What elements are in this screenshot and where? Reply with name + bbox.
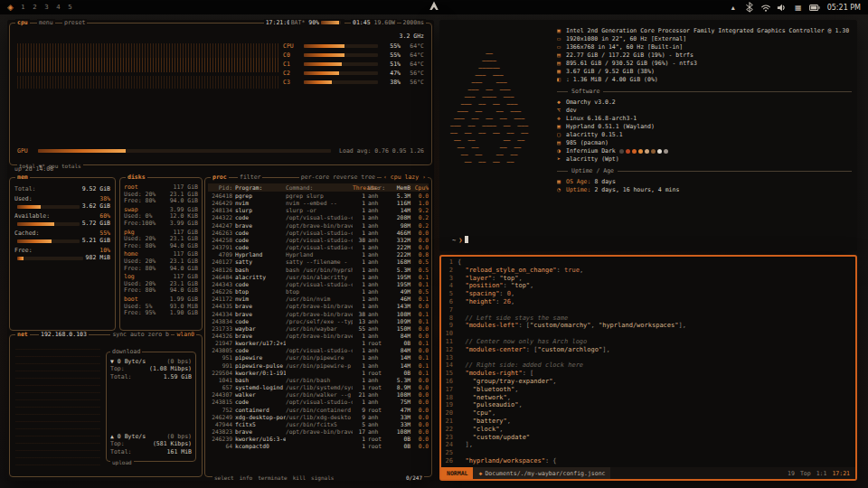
- cpu-box-title[interactable]: cpu: [17, 19, 28, 26]
- disk-row[interactable]: pkg117 GiB Used: 20%23.1 GiB Free: 80%94…: [124, 230, 198, 250]
- cpu-icon[interactable]: ▦: [793, 2, 804, 13]
- process-row[interactable]: 243791 code /opt/visual-studio-c 1 anh 2…: [208, 244, 429, 251]
- process-row[interactable]: 244326 brave /opt/brave-bin/brave 1 anh …: [208, 333, 429, 340]
- kill-button[interactable]: kill: [293, 474, 306, 481]
- workspace-button[interactable]: 1: [19, 3, 27, 12]
- editor-line[interactable]: 5 "spacing": 0,: [441, 290, 855, 298]
- battery-icon[interactable]: [809, 2, 820, 13]
- disk-row[interactable]: swap3.99 GiB Used: 0%12.0 KiB Free:100%3…: [124, 207, 198, 228]
- process-row[interactable]: 991 pipewire-pulse /usr/bin/pipewire-p 1…: [208, 362, 429, 370]
- disk-row[interactable]: home117 GiB Used: 20%23.1 GiB Free: 80%9…: [124, 251, 198, 272]
- process-row[interactable]: 244258 code /opt/visual-studio-c 38 anh …: [208, 237, 429, 244]
- process-row[interactable]: 1041 bash /usr/bin/bash 1 anh 5.3M 0.0: [208, 377, 429, 384]
- shell-prompt[interactable]: ~❯: [452, 236, 468, 244]
- editor-line[interactable]: 24 ],: [441, 441, 855, 449]
- editor-line[interactable]: 10: [441, 330, 855, 338]
- editor-line[interactable]: 14 // Right side: added clock here: [441, 361, 855, 370]
- process-row[interactable]: 243805 code /opt/visual-studio-c 1 anh 8…: [208, 347, 429, 354]
- update-interval[interactable]: 2000ms: [401, 19, 426, 26]
- process-row[interactable]: 246484 alacritty /usr/bin/alacritty 1 an…: [208, 274, 429, 281]
- editor-line[interactable]: 22 "clock",: [441, 426, 855, 434]
- editor-line[interactable]: 20 "cpu",: [441, 409, 855, 418]
- editor-line[interactable]: 7: [441, 306, 855, 314]
- proc-options[interactable]: per-core reverse tree: [299, 174, 377, 181]
- disk-row[interactable]: root117 GiB Used: 20%23.1 GiB Free: 80%9…: [124, 184, 198, 205]
- editor-line[interactable]: 26 "hyprland/workspaces": {: [441, 457, 855, 465]
- preset-button[interactable]: preset: [62, 19, 87, 26]
- volume-icon[interactable]: [777, 2, 788, 13]
- net-interface[interactable]: wlan0: [175, 331, 196, 338]
- editor-line[interactable]: 6 "height": 26,: [441, 298, 855, 306]
- process-row[interactable]: 246226 btop btop 1 anh 49M 0.5: [208, 288, 429, 296]
- process-row[interactable]: 246249 xdg-desktop-por /usr/lib/xdg-desk…: [208, 414, 429, 421]
- menu-button[interactable]: menu: [37, 19, 55, 26]
- info-button[interactable]: info: [240, 474, 252, 481]
- process-row[interactable]: 246263 code /opt/visual-studio-c 1 anh 4…: [208, 230, 429, 237]
- editor-line[interactable]: 11 // Center now only has Arch logo: [441, 338, 855, 346]
- tray-expander-icon[interactable]: ▴: [728, 2, 739, 13]
- process-row[interactable]: 64 kcompactd0 1 root 0B 0.0: [208, 443, 429, 450]
- editor-line[interactable]: 4 "position": "top",: [441, 282, 855, 290]
- editor-line[interactable]: 12 "modules-center": ["custom/archlogo"]…: [441, 346, 855, 354]
- disk-row[interactable]: log117 GiB Used: 20%23.1 GiB Free: 80%94…: [124, 274, 198, 295]
- filter-button[interactable]: filter: [238, 174, 262, 181]
- bluetooth-icon[interactable]: [744, 2, 755, 13]
- disks-box-title[interactable]: disks: [127, 174, 146, 181]
- editor-line[interactable]: 9 "modules-left": ["custom/omarchy", "hy…: [441, 322, 855, 330]
- disk-row[interactable]: boot1.99 GiB Used: 5%93.0 MiB Free: 95%1…: [124, 296, 198, 317]
- signals-button[interactable]: signals: [311, 474, 334, 481]
- process-row[interactable]: 229504 kworker/0:1-i915 1 root 0B 0.1: [208, 370, 429, 377]
- process-row[interactable]: 244307 walker /usr/bin/walker --g 21 anh…: [208, 391, 429, 399]
- terminate-button[interactable]: terminate: [258, 474, 288, 481]
- process-row[interactable]: 243815 code /opt/visual-studio-c 1 anh 7…: [208, 399, 429, 406]
- process-row[interactable]: 244335 brave /opt/brave-bin/brave 1 anh …: [208, 303, 429, 310]
- process-row[interactable]: 231733 waybar /usr/bin/waybar 55 anh 150…: [208, 325, 429, 333]
- omarchy-icon[interactable]: ◈: [7, 3, 14, 12]
- workspace-button[interactable]: 2: [31, 3, 39, 12]
- process-row[interactable]: 246418 pgrep pgrep slurp 1 anh 5.3M 0.0: [208, 192, 429, 200]
- editor-line[interactable]: 1 {: [441, 258, 855, 267]
- process-row[interactable]: 951 pipewire /usr/bin/pipewire 1 anh 14M…: [208, 354, 429, 361]
- proc-box-title[interactable]: proc: [212, 174, 227, 181]
- editor-line[interactable]: 15 "modules-right": [: [441, 370, 855, 378]
- process-row[interactable]: 243834 code /proc/self/exe --typ 13 anh …: [208, 318, 429, 325]
- net-box-title[interactable]: net: [17, 331, 28, 338]
- editor-line[interactable]: 23 "custom/update": [441, 434, 855, 442]
- editor-line[interactable]: 8 // Left side stays the same: [441, 314, 855, 323]
- process-row[interactable]: 246429 nvim nvim --embed -- 1 anh 116M 1…: [208, 200, 429, 207]
- net-options[interactable]: sync auto zero b: [110, 331, 171, 338]
- process-row[interactable]: 657 systemd-logind /usr/lib/systemd/sys …: [208, 384, 429, 391]
- process-row[interactable]: 244334 brave /opt/brave-bin/brave 38 anh…: [208, 311, 429, 318]
- process-row[interactable]: 246239 kworker/u16:3-eve 1 root 0B 0.0: [208, 436, 429, 443]
- nvim-window[interactable]: 1 { 2 "reload_style_on_change": true, 3 …: [439, 255, 857, 481]
- process-row[interactable]: 241172 nvim /usr/bin/nvim 1 anh 46M 0.1: [208, 296, 429, 303]
- editor-line[interactable]: 16 "group/tray-expander",: [441, 378, 855, 386]
- editor-line[interactable]: 25: [441, 449, 855, 457]
- process-row[interactable]: 244247 brave /opt/brave-bin/brave 1 anh …: [208, 222, 429, 230]
- process-row[interactable]: 752 containerd /usr/bin/containerd 9 roo…: [208, 407, 429, 414]
- fastfetch-window[interactable]: ── ──── ────── ─── ─── ─── ─── ─── ── ──…: [439, 20, 857, 251]
- editor-line[interactable]: 21 "battery",: [441, 418, 855, 426]
- editor-line[interactable]: 3 "layer": "top",: [441, 275, 855, 283]
- btop-window[interactable]: cpu menu preset 17:21:09 BAT* 90% 01:45 …: [7, 20, 434, 481]
- mem-box-title[interactable]: mem: [17, 174, 28, 181]
- process-row[interactable]: 248126 bash bash /usr/bin/hyprsh 1 anh 5…: [208, 267, 429, 274]
- editor-buffer[interactable]: 1 { 2 "reload_style_on_change": true, 3 …: [441, 258, 855, 465]
- editor-line[interactable]: 17 "bluetooth",: [441, 386, 855, 394]
- process-row[interactable]: 244343 code /opt/visual-studio-c 1 anh 1…: [208, 281, 429, 288]
- workspace-button[interactable]: 3: [42, 3, 51, 12]
- process-row[interactable]: 244322 code /opt/visual-studio-c 1 anh 2…: [208, 214, 429, 221]
- select-button[interactable]: select: [214, 474, 234, 481]
- editor-line[interactable]: 18 "network",: [441, 394, 855, 402]
- sort-selector[interactable]: ‹ cpu lazy ›: [382, 174, 428, 181]
- process-row[interactable]: 47944 fcitx5 /usr/bin/fcitx5 5 anh 33M 0…: [208, 421, 429, 428]
- process-row[interactable]: 248134 slurp slurp -or 1 anh 14M 9.2: [208, 207, 429, 214]
- editor-line[interactable]: 19 "pulseaudio",: [441, 401, 855, 409]
- clock[interactable]: 05:21 PM: [827, 4, 861, 12]
- workspace-button[interactable]: 5: [66, 3, 74, 12]
- process-row[interactable]: 240127 satty satty --filename - 1 anh 16…: [208, 258, 429, 266]
- process-row[interactable]: 243823 brave /opt/brave-bin/brave 17 anh…: [208, 428, 429, 436]
- wifi-icon[interactable]: [760, 2, 771, 13]
- process-row[interactable]: 4709 Hyprland Hyprland 1 anh 222M 0.8: [208, 251, 429, 258]
- editor-line[interactable]: 13: [441, 354, 855, 362]
